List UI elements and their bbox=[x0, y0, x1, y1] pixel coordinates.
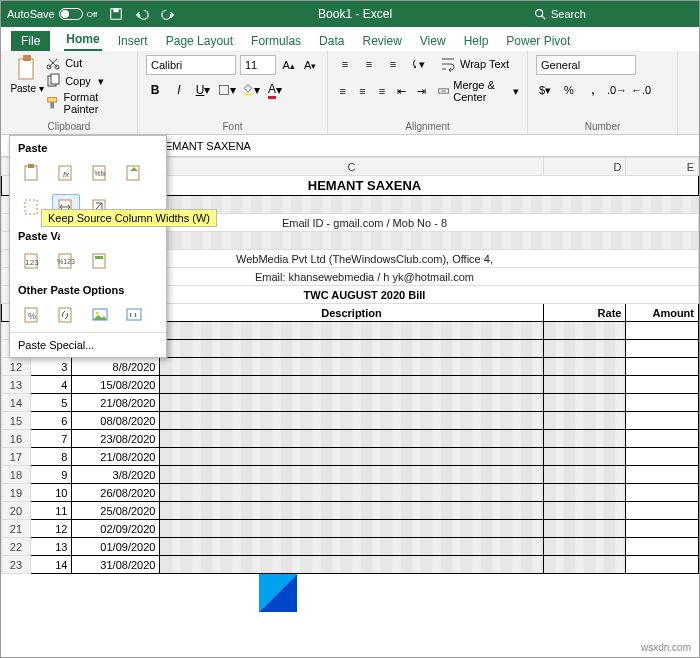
row-header[interactable]: 20 bbox=[2, 502, 31, 520]
align-middle-icon[interactable]: ≡ bbox=[360, 55, 378, 73]
redo-icon[interactable] bbox=[159, 5, 177, 23]
row-header[interactable]: 12 bbox=[2, 358, 31, 376]
tab-home[interactable]: Home bbox=[64, 29, 101, 51]
tab-formulas[interactable]: Formulas bbox=[249, 31, 303, 51]
col-header[interactable]: E bbox=[626, 158, 699, 176]
format-painter-button[interactable]: Format Painter bbox=[45, 91, 129, 115]
cell-description[interactable] bbox=[160, 502, 543, 520]
cell-amount[interactable] bbox=[626, 340, 699, 358]
paste-formulas-icon[interactable]: fx bbox=[52, 160, 80, 186]
row-header[interactable]: 21 bbox=[2, 520, 31, 538]
cell-date[interactable]: 01/09/2020 bbox=[72, 538, 160, 556]
cell-date[interactable]: 26/08/2020 bbox=[72, 484, 160, 502]
cell-date[interactable]: 8/8/2020 bbox=[72, 358, 160, 376]
wrap-text-button[interactable]: Wrap Text bbox=[440, 56, 509, 72]
cell-description[interactable] bbox=[160, 448, 543, 466]
cell-description[interactable] bbox=[160, 394, 543, 412]
cell-date[interactable]: 23/08/2020 bbox=[72, 430, 160, 448]
cell-rate[interactable] bbox=[543, 448, 626, 466]
col-header[interactable]: C bbox=[160, 158, 543, 176]
cell-rate[interactable] bbox=[543, 322, 626, 340]
cell-description[interactable] bbox=[160, 430, 543, 448]
cell-rate[interactable] bbox=[543, 430, 626, 448]
col-header[interactable]: D bbox=[543, 158, 626, 176]
cell-amount[interactable] bbox=[626, 448, 699, 466]
tab-data[interactable]: Data bbox=[317, 31, 346, 51]
cell-amount[interactable] bbox=[626, 556, 699, 574]
cell-rate[interactable] bbox=[543, 394, 626, 412]
cell-description[interactable] bbox=[160, 358, 543, 376]
number-format-combo[interactable] bbox=[536, 55, 636, 75]
decrease-indent-icon[interactable]: ⇤ bbox=[395, 82, 409, 100]
row-header[interactable]: 23 bbox=[2, 556, 31, 574]
cell-rate[interactable] bbox=[543, 538, 626, 556]
align-top-icon[interactable]: ≡ bbox=[336, 55, 354, 73]
tab-help[interactable]: Help bbox=[462, 31, 491, 51]
cell-description[interactable] bbox=[160, 340, 543, 358]
fill-color-button[interactable]: ▾ bbox=[242, 81, 260, 99]
cell-slno[interactable]: 9 bbox=[30, 466, 71, 484]
cell-amount[interactable] bbox=[626, 430, 699, 448]
paste-values-icon[interactable]: 123 bbox=[18, 248, 46, 274]
cell-amount[interactable] bbox=[626, 322, 699, 340]
cell-amount[interactable] bbox=[626, 466, 699, 484]
cell-amount[interactable] bbox=[626, 358, 699, 376]
cell-description[interactable] bbox=[160, 412, 543, 430]
tab-insert[interactable]: Insert bbox=[116, 31, 150, 51]
cell-date[interactable]: 3/8/2020 bbox=[72, 466, 160, 484]
paste-link-icon[interactable] bbox=[52, 302, 80, 328]
cell-description[interactable] bbox=[160, 484, 543, 502]
cell-description[interactable] bbox=[160, 466, 543, 484]
row-header[interactable]: 19 bbox=[2, 484, 31, 502]
paste-linked-picture-icon[interactable] bbox=[120, 302, 148, 328]
cell-rate[interactable] bbox=[543, 412, 626, 430]
cell-date[interactable]: 21/08/2020 bbox=[72, 448, 160, 466]
toggle-off-icon[interactable] bbox=[59, 8, 83, 20]
cell-amount[interactable] bbox=[626, 520, 699, 538]
bold-button[interactable]: B bbox=[146, 81, 164, 99]
comma-icon[interactable]: , bbox=[584, 81, 602, 99]
font-color-button[interactable]: A▾ bbox=[266, 81, 284, 99]
tab-file[interactable]: File bbox=[11, 31, 50, 51]
cell-date[interactable]: 15/08/2020 bbox=[72, 376, 160, 394]
header-description[interactable]: Description bbox=[160, 304, 543, 322]
cell-description[interactable] bbox=[160, 376, 543, 394]
cell-slno[interactable]: 13 bbox=[30, 538, 71, 556]
cell-description[interactable] bbox=[160, 538, 543, 556]
row-header[interactable]: 18 bbox=[2, 466, 31, 484]
cell-rate[interactable] bbox=[543, 502, 626, 520]
tab-view[interactable]: View bbox=[418, 31, 448, 51]
align-left-icon[interactable]: ≡ bbox=[336, 82, 350, 100]
increase-decimal-icon[interactable]: .0→ bbox=[608, 81, 626, 99]
paste-picture-icon[interactable] bbox=[86, 302, 114, 328]
row-header[interactable]: 22 bbox=[2, 538, 31, 556]
cell-rate[interactable] bbox=[543, 358, 626, 376]
increase-indent-icon[interactable]: ⇥ bbox=[414, 82, 428, 100]
cell-slno[interactable]: 7 bbox=[30, 430, 71, 448]
cell-slno[interactable]: 11 bbox=[30, 502, 71, 520]
cell-slno[interactable]: 6 bbox=[30, 412, 71, 430]
tab-page-layout[interactable]: Page Layout bbox=[164, 31, 235, 51]
save-icon[interactable] bbox=[107, 5, 125, 23]
cell-slno[interactable]: 3 bbox=[30, 358, 71, 376]
cell-date[interactable]: 21/08/2020 bbox=[72, 394, 160, 412]
paste-values-numfmt-icon[interactable]: %123 bbox=[52, 248, 80, 274]
paste-all-icon[interactable] bbox=[18, 160, 46, 186]
cell-amount[interactable] bbox=[626, 538, 699, 556]
cell-rate[interactable] bbox=[543, 376, 626, 394]
grow-font-icon[interactable]: A▴ bbox=[280, 56, 298, 74]
cut-button[interactable]: Cut bbox=[45, 55, 129, 71]
formula-value[interactable]: HEMANT SAXENA bbox=[151, 140, 699, 152]
chevron-down-icon[interactable]: ▾ bbox=[39, 83, 44, 94]
cell-date[interactable]: 02/09/2020 bbox=[72, 520, 160, 538]
cell-date[interactable]: 31/08/2020 bbox=[72, 556, 160, 574]
percent-icon[interactable]: % bbox=[560, 81, 578, 99]
font-size-combo[interactable] bbox=[240, 55, 276, 75]
paste-button[interactable]: Paste ▾ bbox=[9, 55, 45, 115]
shrink-font-icon[interactable]: A▾ bbox=[302, 56, 320, 74]
header-amount[interactable]: Amount bbox=[626, 304, 699, 322]
cell-description[interactable] bbox=[160, 520, 543, 538]
align-bottom-icon[interactable]: ≡ bbox=[384, 55, 402, 73]
cell-date[interactable]: 08/08/2020 bbox=[72, 412, 160, 430]
cell-date[interactable]: 25/08/2020 bbox=[72, 502, 160, 520]
